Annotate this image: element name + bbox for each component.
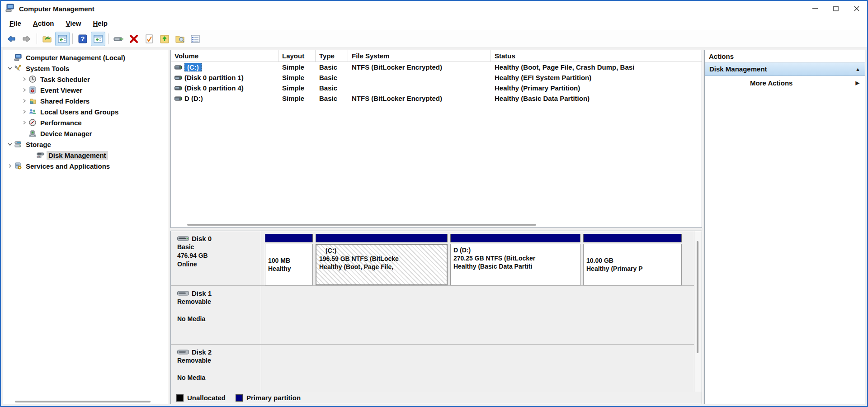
minimize-button[interactable] [805,1,826,16]
menu-file[interactable]: File [4,18,27,28]
chevron-right-icon[interactable] [20,120,28,125]
properties-checklist-icon[interactable] [188,32,203,46]
volume-name: D (D:) [184,95,203,102]
maximize-button[interactable] [826,1,846,16]
chevron-right-icon[interactable] [20,109,28,114]
sidebar-item-performance[interactable]: Performance [3,117,168,128]
chevron-down-icon[interactable] [6,66,14,71]
volume-list-horizontal-scrollbar[interactable] [187,224,536,226]
sidebar-item-disk-management[interactable]: Disk Management [3,150,168,161]
sidebar-item-label: Shared Folders [38,97,91,105]
sidebar-item-label: Task Scheduler [38,75,92,84]
remote-computer-icon[interactable] [111,32,126,46]
disk-1-row: Disk 1 Removable No Media [171,286,702,345]
svg-text:?: ? [81,35,85,43]
sidebar-item-label: Computer Management (Local) [24,53,127,62]
chevron-right-icon[interactable] [20,88,28,92]
sidebar-item-device-manager[interactable]: Device Manager [3,128,168,139]
help-icon[interactable]: ? [75,32,90,46]
volume-type: Basic [316,84,348,92]
partition-status: Healthy (Basic Data Partiti [453,262,577,270]
volume-name: (Disk 0 partition 1) [184,74,244,81]
partition-d[interactable]: D (D:) 270.25 GB NTFS (BitLocker Healthy… [450,234,580,285]
chevron-down-icon[interactable] [6,142,14,147]
partition-size: 100 MB [268,256,310,265]
column-header-layout[interactable]: Layout [278,50,316,62]
partition-size: 10.00 GB [586,256,679,265]
actions-group-disk-management[interactable]: Disk Management ▲ [705,62,865,76]
storage-icon [14,141,24,148]
sidebar-item-label: Services and Applications [24,162,112,170]
folder-up-icon[interactable] [157,32,172,46]
menu-action[interactable]: Action [27,18,60,28]
table-row[interactable]: (C:) Simple Basic NTFS (BitLocker Encryp… [171,62,702,72]
table-row[interactable]: D (D:) Simple Basic NTFS (BitLocker Encr… [171,93,702,104]
disk-management-icon [37,151,47,159]
sidebar-item-local-users-and-groups[interactable]: Local Users and Groups [3,106,168,117]
computer-management-app-icon [5,4,14,14]
collapse-arrow-icon[interactable]: ▲ [855,66,860,72]
table-row[interactable]: (Disk 0 partition 4) Simple Basic Health… [171,83,702,93]
sidebar-item-label: Local Users and Groups [38,108,120,116]
toolbar: ? [1,30,867,48]
partition-efi[interactable]: 100 MB Healthy [265,234,313,285]
disk-size: 476.94 GB [177,251,261,260]
disk-view-scrollbar-track[interactable] [694,231,702,392]
disk-0-row: Disk 0 Basic 476.94 GB Online 100 MB Hea… [171,231,702,286]
disk-1-label[interactable]: Disk 1 Removable No Media [171,286,261,344]
partition-name: D (D:) [453,246,577,254]
partition-recovery[interactable]: 10.00 GB Healthy (Primary P [583,234,682,285]
clock-icon [28,76,38,83]
disk-1-partitions [261,286,702,344]
partition-color-bar [316,234,448,242]
volume-icon [175,84,182,92]
disk-2-partitions [261,345,702,392]
sidebar-item-shared-folders[interactable]: Shared Folders [3,95,168,106]
column-header-volume[interactable]: Volume [171,50,278,62]
close-button[interactable] [846,1,867,16]
disk-0-label[interactable]: Disk 0 Basic 476.94 GB Online [171,231,261,285]
folder-view-icon[interactable] [173,32,187,46]
legend-label: Unallocated [187,394,226,402]
sidebar-item-event-viewer[interactable]: Event Viewer [3,85,168,95]
delete-icon[interactable] [127,32,141,46]
show-console-tree-folder-icon[interactable] [40,32,54,46]
sidebar-item-storage[interactable]: Storage [3,139,168,150]
unallocated-swatch [176,394,184,402]
column-header-file-system[interactable]: File System [348,50,491,62]
menu-help[interactable]: Help [87,18,113,28]
sidebar-item-task-scheduler[interactable]: Task Scheduler [3,74,168,85]
volume-status: Healthy (Primary Partition) [491,84,702,92]
disk-name: Disk 0 [192,234,212,243]
sidebar-item-label: Event Viewer [38,86,84,95]
more-actions-item[interactable]: More Actions ▶ [705,76,865,90]
column-header-status[interactable]: Status [491,50,702,62]
primary-partition-swatch [236,394,243,402]
disk-2-label[interactable]: Disk 2 Removable No Media [171,345,261,392]
volume-status: Healthy (Basic Data Partition) [491,95,702,102]
chevron-right-icon[interactable] [20,77,28,81]
chevron-right-icon[interactable] [20,99,28,103]
partition-color-bar [450,234,580,242]
volume-type: Basic [316,74,348,81]
partition-c[interactable]: (C:) 196.59 GB NTFS (BitLocke Healthy (B… [316,234,448,285]
disk-view-scrollbar-thumb[interactable] [697,241,698,353]
chevron-right-icon[interactable] [6,164,14,168]
table-row[interactable]: (Disk 0 partition 1) Simple Basic Health… [171,72,702,83]
console-tree-toggle-icon[interactable] [55,32,70,46]
forward-icon[interactable] [19,32,34,46]
mark-partition-active-icon[interactable] [142,32,156,46]
back-icon[interactable] [4,32,19,46]
volume-type: Basic [316,63,348,71]
menu-view[interactable]: View [60,18,87,28]
tree-horizontal-scrollbar[interactable] [15,401,151,402]
more-actions-label: More Actions [750,79,856,87]
action-pane-toggle-icon[interactable] [91,32,105,46]
sidebar-item-label: Storage [24,140,53,149]
sidebar-item-system-tools[interactable]: System Tools [3,63,168,74]
sidebar-item-computer-management[interactable]: Computer Management (Local) [3,52,168,63]
partition-status: Healthy (Boot, Page File, [319,263,444,271]
gauge-icon [28,119,38,126]
sidebar-item-services-and-applications[interactable]: Services and Applications [3,161,168,171]
column-header-type[interactable]: Type [316,50,348,62]
